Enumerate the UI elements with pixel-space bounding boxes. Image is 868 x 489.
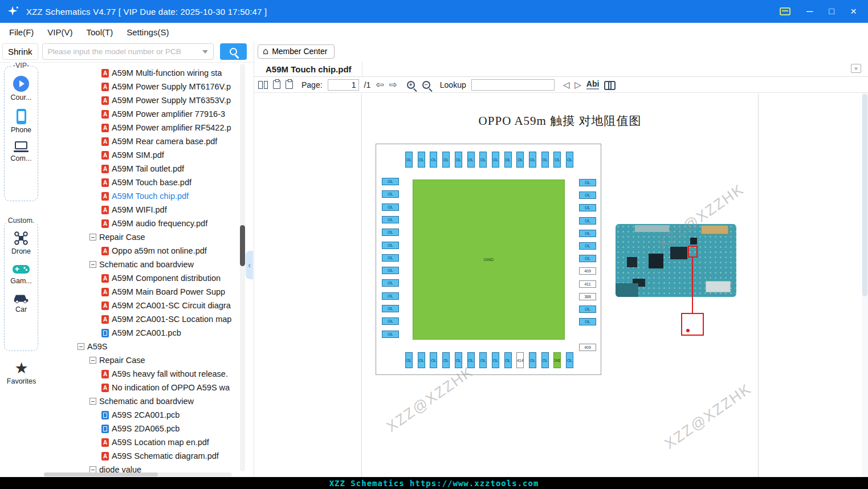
pcb-detail xyxy=(627,257,637,267)
tree-item[interactable]: A59M WIFI.pdf xyxy=(43,203,249,217)
lookup-input[interactable] xyxy=(471,79,555,91)
collapse-icon[interactable] xyxy=(89,357,96,364)
collapse-icon[interactable] xyxy=(89,234,96,241)
pdf-file-icon xyxy=(101,151,109,160)
tree-item[interactable]: A59S Location map en.pdf xyxy=(43,435,249,449)
tree-item-label: Oppo a59m not online.pdf xyxy=(112,246,207,255)
tree-item[interactable]: A59M Power Supply MT6176V.p xyxy=(43,80,249,93)
tree-item[interactable]: A59M Tail outlet.pdf xyxy=(43,162,249,176)
tree-item[interactable]: A59S Schematic diagram.pdf xyxy=(43,449,249,463)
tree-item[interactable]: A59M 2CA001-SC Location map xyxy=(43,312,249,326)
maximize-button[interactable]: □ xyxy=(829,7,834,16)
match-case-icon[interactable]: Abi xyxy=(586,80,600,89)
window-titlebar: XZZ Schematics V4.77 [ VIP Due date: 202… xyxy=(0,0,868,23)
next-page-icon[interactable]: ⇨ xyxy=(389,80,397,89)
tree-item[interactable]: Oppo a59m not online.pdf xyxy=(43,244,249,258)
tree-item[interactable]: A59M Power Supply MT6353V.p xyxy=(43,93,249,107)
chip-pad: OL xyxy=(382,317,399,325)
sidebar-item-label: Car xyxy=(15,305,27,313)
tree-item[interactable]: A59M Touch base.pdf xyxy=(43,176,249,189)
zoom-in-icon[interactable] xyxy=(407,81,415,89)
shrink-button[interactable]: Shrink xyxy=(2,43,38,60)
binoculars-search-icon[interactable] xyxy=(604,81,616,88)
tree-node-row[interactable]: A59S xyxy=(43,340,249,353)
tree-item[interactable]: A59M Multi-function wiring sta xyxy=(43,66,249,80)
document-tab[interactable]: A59M Touch chip.pdf xyxy=(254,62,362,76)
chevron-down-icon[interactable] xyxy=(202,50,208,54)
chip-pad: OL xyxy=(418,152,425,168)
watermark: XZZ@XZZHK xyxy=(661,380,755,453)
tree-item-label: Schematic and boardview xyxy=(99,260,194,269)
tree-item[interactable]: A59M Power amplifier RF5422.p xyxy=(43,121,249,135)
menu-item-vip[interactable]: VIP(V) xyxy=(47,27,72,37)
tree-node-row[interactable]: Schematic and boardview xyxy=(43,394,249,408)
tree-item[interactable]: A59s heavy fall without release. xyxy=(43,367,249,381)
tree-hscrollbar-thumb[interactable] xyxy=(44,472,158,476)
double-page-view-icon[interactable] xyxy=(258,81,268,89)
sidebar-item-course[interactable]: Cour... xyxy=(11,76,32,101)
chip-pad: OL xyxy=(529,352,536,368)
tree-node-row[interactable]: Repair Case xyxy=(43,230,249,244)
tree-item[interactable]: No indication of OPPO A59S wa xyxy=(43,381,249,394)
menu-item-settings[interactable]: Settings(S) xyxy=(127,27,169,37)
sidebar-item-phone[interactable]: Phone xyxy=(11,109,31,134)
viewer-scrollbar[interactable] xyxy=(862,93,868,477)
close-button[interactable]: × xyxy=(850,7,857,16)
home-icon: ⌂ xyxy=(263,47,268,56)
chip-pad: OL xyxy=(492,352,499,368)
tree-item[interactable]: A59S 2CA001.pcb xyxy=(43,408,249,422)
tree-horizontal-scrollbar[interactable] xyxy=(44,472,232,476)
collapse-icon[interactable] xyxy=(89,261,96,268)
vip-card-icon[interactable] xyxy=(780,7,790,15)
close-document-icon[interactable]: × xyxy=(851,64,861,73)
tree-item[interactable]: A59M audio frequency.pdf xyxy=(43,217,249,230)
viewer-scrollbar-thumb[interactable] xyxy=(862,94,867,296)
zoom-out-icon[interactable] xyxy=(422,81,430,89)
sidebar-item-computer[interactable]: Com... xyxy=(11,141,32,162)
collapse-icon[interactable] xyxy=(89,398,96,405)
menu-item-file[interactable]: File(F) xyxy=(9,27,34,37)
tree-item[interactable]: A59M 2CA001-SC Circuit diagra xyxy=(43,299,249,312)
document-tab-label: A59M Touch chip.pdf xyxy=(266,64,352,74)
tree-item[interactable]: A59M Rear camera base.pdf xyxy=(43,135,249,148)
tree-item[interactable]: A59M SIM.pdf xyxy=(43,148,249,162)
sidebar-item-favorites[interactable]: ★ Favorites xyxy=(0,360,43,385)
vip-group-title: -VIP- xyxy=(11,62,31,70)
panel-collapse-handle[interactable]: ‹ xyxy=(246,251,253,279)
tree-item-label: No indication of OPPO A59S wa xyxy=(112,383,230,392)
rotate-right-icon[interactable] xyxy=(286,80,293,89)
collapse-icon[interactable] xyxy=(78,343,84,350)
sidebar-item-game[interactable]: Gam... xyxy=(10,263,32,285)
model-search-input[interactable]: Please input the model number or PCB xyxy=(42,43,214,60)
find-next-icon[interactable]: ▷ xyxy=(574,80,581,90)
tree-node-row[interactable]: Schematic and boardview xyxy=(43,258,249,271)
tree-item[interactable]: A59M Main Board Power Supp xyxy=(43,285,249,299)
search-button[interactable] xyxy=(220,43,247,60)
tree-item[interactable]: A59S 2DA065.pcb xyxy=(43,422,249,435)
window-title: XZZ Schematics V4.77 [ VIP Due date: 202… xyxy=(26,7,267,17)
rotate-left-icon[interactable] xyxy=(273,80,280,89)
previous-page-icon[interactable]: ⇦ xyxy=(376,80,384,89)
pdf-file-icon xyxy=(101,69,109,78)
find-previous-icon[interactable]: ◁ xyxy=(563,80,570,90)
tree-item[interactable]: A59M 2CA001.pcb xyxy=(43,326,249,340)
tree-item[interactable]: A59M Power amplifier 77916-3 xyxy=(43,107,249,121)
sidebar-item-car[interactable]: Car xyxy=(13,292,30,313)
chip-pad: OL xyxy=(382,203,399,211)
pdf-viewer[interactable]: OPPO A59m 触摸 对地阻值图 GND OLOLOLOLOLOLOLOLO… xyxy=(254,93,868,477)
page-number-input[interactable]: 1 xyxy=(328,79,359,91)
menu-item-tool[interactable]: Tool(T) xyxy=(87,27,113,37)
chip-pad: OL xyxy=(579,255,596,262)
gamepad-icon xyxy=(12,263,30,275)
member-center-button[interactable]: ⌂ Member Center xyxy=(258,44,335,59)
minimize-button[interactable]: ─ xyxy=(806,7,813,16)
tree-item[interactable]: A59M Component distribution xyxy=(43,271,249,285)
tree-scrollbar-thumb[interactable] xyxy=(240,225,245,266)
pdf-file-icon xyxy=(101,452,109,461)
tree-node-row[interactable]: Repair Case xyxy=(43,353,249,367)
sidebar-item-drone[interactable]: Drone xyxy=(11,231,31,255)
tree-item[interactable]: A59M Touch chip.pdf xyxy=(43,189,249,203)
chip-pad: OL xyxy=(430,152,437,168)
tree-vertical-scrollbar[interactable] xyxy=(240,64,245,471)
star-icon: ★ xyxy=(14,360,28,376)
